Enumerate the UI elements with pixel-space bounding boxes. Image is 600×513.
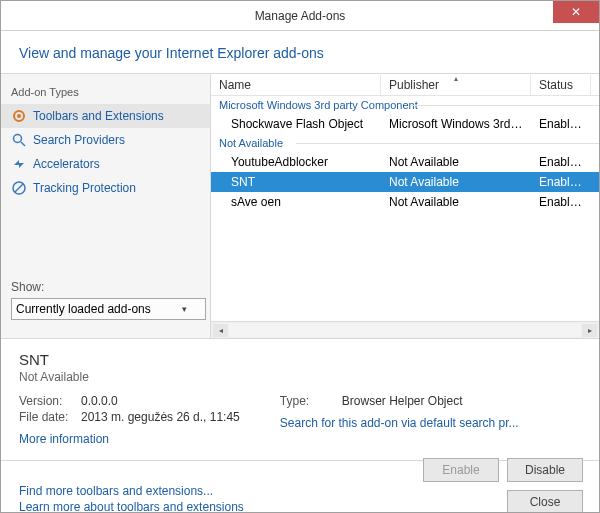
sidebar-item-label: Search Providers xyxy=(33,133,125,147)
filedate-label: File date: xyxy=(19,410,75,424)
svg-point-1 xyxy=(17,114,21,118)
sidebar-item-tracking-protection[interactable]: Tracking Protection xyxy=(1,176,210,200)
main-area: Add-on Types Toolbars and Extensions Sea… xyxy=(1,73,599,338)
row-publisher: Microsoft Windows 3rd ... xyxy=(381,115,531,133)
accelerator-icon xyxy=(11,156,27,172)
group-header[interactable]: Microsoft Windows 3rd party Component xyxy=(211,96,599,114)
sort-asc-icon: ▴ xyxy=(454,74,458,83)
enable-button[interactable]: Enable xyxy=(423,458,499,482)
footer: Find more toolbars and extensions... Lea… xyxy=(1,460,599,513)
scroll-right-icon[interactable]: ▸ xyxy=(582,324,597,337)
version-label: Version: xyxy=(19,394,75,408)
search-addon-link[interactable]: Search for this add-on via default searc… xyxy=(280,416,519,430)
version-value: 0.0.0.0 xyxy=(81,394,118,408)
sidebar-item-search-providers[interactable]: Search Providers xyxy=(1,128,210,152)
sidebar-item-label: Tracking Protection xyxy=(33,181,136,195)
show-dropdown[interactable]: Currently loaded add-ons ▾ xyxy=(11,298,206,320)
window-close-button[interactable]: ✕ xyxy=(553,1,599,23)
search-icon xyxy=(11,132,27,148)
addon-row[interactable]: SNTNot AvailableEnabled xyxy=(211,172,599,192)
title-bar: Manage Add-ons ✕ xyxy=(1,1,599,31)
horizontal-scrollbar[interactable]: ◂ ▸ xyxy=(211,321,599,338)
row-name: SNT xyxy=(211,173,381,191)
close-button[interactable]: Close xyxy=(507,490,583,513)
list-body: Microsoft Windows 3rd party ComponentSho… xyxy=(211,96,599,321)
detail-addon-name: SNT xyxy=(19,351,581,368)
svg-line-3 xyxy=(21,142,25,146)
show-label: Show: xyxy=(11,280,202,294)
detail-publisher: Not Available xyxy=(19,370,581,384)
svg-point-2 xyxy=(14,135,22,143)
row-name: Shockwave Flash Object xyxy=(211,115,381,133)
row-status: Enabled xyxy=(531,153,591,171)
block-icon xyxy=(11,180,27,196)
row-name: sAve oen xyxy=(211,193,381,211)
sidebar-item-accelerators[interactable]: Accelerators xyxy=(1,152,210,176)
addon-row[interactable]: Shockwave Flash ObjectMicrosoft Windows … xyxy=(211,114,599,134)
learn-more-link[interactable]: Learn more about toolbars and extensions xyxy=(19,500,244,513)
filedate-value: 2013 m. gegužės 26 d., 11:45 xyxy=(81,410,240,424)
svg-line-5 xyxy=(15,184,23,192)
gear-icon xyxy=(11,108,27,124)
sidebar: Add-on Types Toolbars and Extensions Sea… xyxy=(1,73,211,338)
column-publisher[interactable]: ▴ Publisher xyxy=(381,75,531,95)
chevron-down-icon: ▾ xyxy=(182,304,187,314)
addon-row[interactable]: YoutubeAdblockerNot AvailableEnabled xyxy=(211,152,599,172)
list-header: Name ▴ Publisher Status xyxy=(211,74,599,96)
row-publisher: Not Available xyxy=(381,153,531,171)
type-value: Browser Helper Object xyxy=(342,394,463,408)
disable-button[interactable]: Disable xyxy=(507,458,583,482)
close-icon: ✕ xyxy=(571,5,581,19)
scroll-track[interactable] xyxy=(229,324,581,337)
addon-list: Name ▴ Publisher Status Microsoft Window… xyxy=(211,73,599,338)
row-status: Enabled xyxy=(531,115,591,133)
more-information-link[interactable]: More information xyxy=(19,432,240,446)
sidebar-heading: Add-on Types xyxy=(1,82,210,104)
page-header: View and manage your Internet Explorer a… xyxy=(1,31,599,73)
column-status[interactable]: Status xyxy=(531,75,591,95)
addon-row[interactable]: sAve oenNot AvailableEnabled xyxy=(211,192,599,212)
sidebar-item-label: Accelerators xyxy=(33,157,100,171)
show-section: Show: Currently loaded add-ons ▾ xyxy=(1,272,210,328)
row-publisher: Not Available xyxy=(381,193,531,211)
group-header[interactable]: Not Available xyxy=(211,134,599,152)
sidebar-item-label: Toolbars and Extensions xyxy=(33,109,164,123)
row-status: Enabled xyxy=(531,173,591,191)
detail-pane: SNT Not Available Version: 0.0.0.0 File … xyxy=(1,338,599,460)
row-name: YoutubeAdblocker xyxy=(211,153,381,171)
find-more-link[interactable]: Find more toolbars and extensions... xyxy=(19,484,244,498)
sidebar-item-toolbars[interactable]: Toolbars and Extensions xyxy=(1,104,210,128)
column-name[interactable]: Name xyxy=(211,75,381,95)
row-publisher: Not Available xyxy=(381,173,531,191)
window-title: Manage Add-ons xyxy=(255,9,346,23)
show-value: Currently loaded add-ons xyxy=(16,302,151,316)
row-status: Enabled xyxy=(531,193,591,211)
scroll-left-icon[interactable]: ◂ xyxy=(213,324,228,337)
type-label: Type: xyxy=(280,394,336,408)
